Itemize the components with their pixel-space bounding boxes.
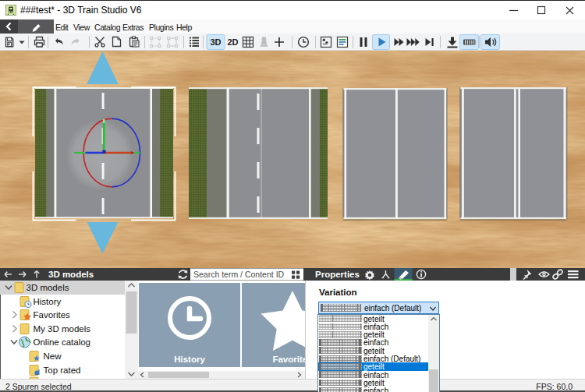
svg-text:History: History [34, 297, 62, 306]
svg-text:3D models: 3D models [27, 283, 69, 292]
svg-text:Favorites: Favorites [34, 310, 71, 320]
svg-text:Online catalog: Online catalog [34, 337, 91, 347]
svg-text:My 3D models: My 3D models [34, 324, 91, 334]
svg-text:Top rated: Top rated [44, 366, 81, 375]
svg-text:New: New [44, 351, 62, 361]
svg-text:2D: 2D [228, 37, 239, 47]
svg-text:3D: 3D [210, 37, 221, 47]
